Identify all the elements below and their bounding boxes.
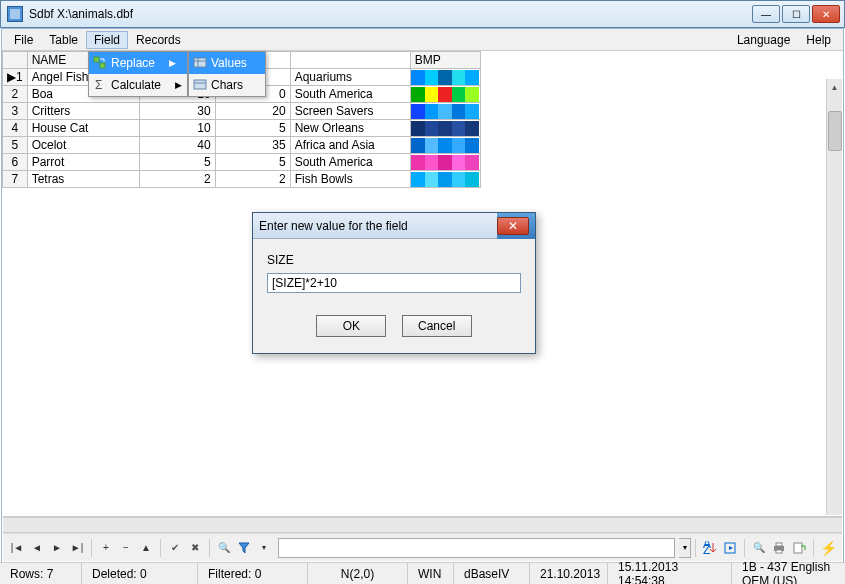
cell-area[interactable]: New Orleans [290, 120, 410, 137]
scroll-thumb[interactable] [828, 111, 842, 151]
menu-field[interactable]: Field [86, 31, 128, 49]
cell-area[interactable]: Screen Savers [290, 103, 410, 120]
dialog-value-input[interactable] [267, 273, 521, 293]
cell-size[interactable]: 30 [139, 103, 215, 120]
search-icon[interactable]: 🔍 [215, 539, 233, 557]
replace-icon [93, 55, 107, 71]
nav-next-button[interactable]: ► [48, 539, 66, 557]
nav-add-button[interactable]: + [97, 539, 115, 557]
cell-weight[interactable]: 5 [215, 154, 290, 171]
cell-bmp[interactable] [410, 69, 480, 86]
menu-language[interactable]: Language [729, 31, 798, 49]
submenu-arrow-icon: ▶ [175, 80, 182, 90]
table-row[interactable]: 3Critters3020Screen Savers [3, 103, 481, 120]
cell-name[interactable]: House Cat [27, 120, 139, 137]
menu-item-calculate[interactable]: Σ Calculate ▶ [89, 74, 187, 96]
col-header-bmp[interactable]: BMP [410, 52, 480, 69]
cell-size[interactable]: 5 [139, 154, 215, 171]
enter-value-dialog: Enter new value for the field ✕ SIZE OK … [252, 212, 536, 354]
maximize-button[interactable]: ☐ [782, 5, 810, 23]
svg-rect-0 [10, 9, 20, 19]
status-type: N(2,0) [308, 563, 408, 584]
status-date2: 15.11.2013 14:54:38 [608, 563, 732, 584]
svg-text:Z: Z [703, 543, 710, 555]
filter-dropdown-icon[interactable]: ▾ [255, 539, 273, 557]
nav-first-button[interactable]: |◄ [8, 539, 26, 557]
replace-submenu-dropdown: Values Chars [188, 51, 266, 97]
close-button[interactable]: ✕ [812, 5, 840, 23]
cell-area[interactable]: Aquariums [290, 69, 410, 86]
table-row[interactable]: 4House Cat105New Orleans [3, 120, 481, 137]
nav-delete-button[interactable]: − [117, 539, 135, 557]
menu-item-chars[interactable]: Chars [189, 74, 265, 96]
menu-item-values[interactable]: Values [189, 52, 265, 74]
cell-name[interactable]: Tetras [27, 171, 139, 188]
nav-last-button[interactable]: ►| [68, 539, 86, 557]
status-os: WIN [408, 563, 454, 584]
table-row[interactable]: 6Parrot55South America [3, 154, 481, 171]
refresh-icon[interactable]: ⚡ [819, 539, 837, 557]
scroll-up-icon[interactable]: ▲ [827, 79, 842, 95]
menu-item-replace[interactable]: Replace ▶ [89, 52, 187, 74]
cell-area[interactable]: South America [290, 86, 410, 103]
status-codepage: 1B - 437 English OEM (US) [732, 563, 845, 584]
cell-bmp[interactable] [410, 137, 480, 154]
nav-edit-button[interactable]: ▲ [137, 539, 155, 557]
nav-post-button[interactable]: ✔ [166, 539, 184, 557]
export-icon[interactable] [790, 539, 808, 557]
menu-help[interactable]: Help [798, 31, 839, 49]
goto-icon[interactable] [721, 539, 739, 557]
cell-name[interactable]: Parrot [27, 154, 139, 171]
cell-area[interactable]: Fish Bowls [290, 171, 410, 188]
cell-weight[interactable]: 20 [215, 103, 290, 120]
cell-bmp[interactable] [410, 120, 480, 137]
vertical-scrollbar[interactable]: ▲ [826, 79, 842, 515]
status-date1: 21.10.2013 [530, 563, 608, 584]
cell-bmp[interactable] [410, 171, 480, 188]
row-indicator: 4 [3, 120, 28, 137]
print-icon[interactable] [770, 539, 788, 557]
filter-icon[interactable] [235, 539, 253, 557]
cell-name[interactable]: Ocelot [27, 137, 139, 154]
horizontal-scrollbar[interactable] [3, 517, 842, 533]
cell-bmp[interactable] [410, 154, 480, 171]
filter-input[interactable] [278, 538, 675, 558]
menu-file[interactable]: File [6, 31, 41, 49]
cell-name[interactable]: Critters [27, 103, 139, 120]
nav-cancel-button[interactable]: ✖ [186, 539, 204, 557]
cell-bmp[interactable] [410, 103, 480, 120]
cell-weight[interactable]: 2 [215, 171, 290, 188]
cell-size[interactable]: 2 [139, 171, 215, 188]
table-row[interactable]: 5Ocelot4035Africa and Asia [3, 137, 481, 154]
dialog-close-button[interactable]: ✕ [497, 217, 529, 235]
ok-button[interactable]: OK [316, 315, 386, 337]
table-row[interactable]: 7Tetras22Fish Bowls [3, 171, 481, 188]
menu-table[interactable]: Table [41, 31, 86, 49]
cell-area[interactable]: Africa and Asia [290, 137, 410, 154]
cell-size[interactable]: 10 [139, 120, 215, 137]
calculate-icon: Σ [93, 77, 107, 93]
svg-rect-14 [776, 550, 782, 553]
cell-size[interactable]: 40 [139, 137, 215, 154]
filter-combo-dropdown[interactable]: ▾ [679, 538, 691, 558]
cell-weight[interactable]: 35 [215, 137, 290, 154]
status-filtered: Filtered: 0 [198, 563, 308, 584]
minimize-button[interactable]: — [752, 5, 780, 23]
dialog-title: Enter new value for the field [253, 213, 497, 239]
sort-asc-icon[interactable]: AZ [701, 539, 719, 557]
status-rows: Rows: 7 [0, 563, 82, 584]
cell-weight[interactable]: 5 [215, 120, 290, 137]
menu-records[interactable]: Records [128, 31, 189, 49]
svg-text:Σ: Σ [95, 78, 102, 92]
row-indicator: 2 [3, 86, 28, 103]
svg-rect-13 [776, 543, 782, 546]
status-format: dBaseIV [454, 563, 530, 584]
cell-bmp[interactable] [410, 86, 480, 103]
nav-prev-button[interactable]: ◄ [28, 539, 46, 557]
rowheader-corner [3, 52, 28, 69]
zoom-icon[interactable]: 🔍 [750, 539, 768, 557]
row-indicator: ▶1 [3, 69, 28, 86]
cancel-button[interactable]: Cancel [402, 315, 472, 337]
navigation-toolbar: |◄ ◄ ► ►| + − ▲ ✔ ✖ 🔍 ▾ ▾ AZ 🔍 ⚡ [3, 533, 842, 561]
cell-area[interactable]: South America [290, 154, 410, 171]
